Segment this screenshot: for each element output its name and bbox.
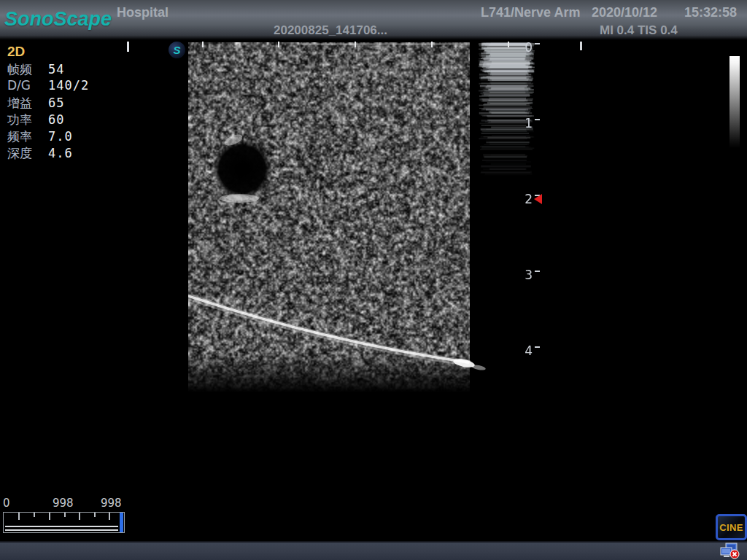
param-label: 增益 <box>7 95 48 112</box>
depth-tick <box>535 271 540 272</box>
cine-scrubber[interactable] <box>3 512 125 533</box>
scale-tick <box>278 42 279 47</box>
param-label: 帧频 <box>7 61 48 78</box>
scrub-tick <box>49 513 50 520</box>
param-row-dg: D/G140/2 <box>7 78 89 95</box>
exam-time: 15:32:58 <box>684 5 737 20</box>
mode-label: 2D <box>7 44 25 60</box>
depth-tick <box>535 119 540 120</box>
scale-tick <box>202 42 204 47</box>
depth-mark-0: 0 <box>516 40 533 55</box>
param-label: 深度 <box>7 145 48 162</box>
taskbar <box>0 541 747 560</box>
probe-orientation-tick <box>580 42 582 50</box>
sonoscape-s-icon: S <box>169 42 185 58</box>
cine-position-thumb[interactable] <box>120 513 123 532</box>
focus-marker-icon <box>534 194 542 204</box>
depth-mark-4: 4 <box>516 343 533 358</box>
param-label: D/G <box>7 78 48 93</box>
cine-frame-start: 0 <box>3 497 10 510</box>
probe-preset: L741/Nerve Arm <box>481 5 580 20</box>
hospital-name: Hospital <box>117 5 169 20</box>
acoustic-indices: MI 0.4 TIS 0.4 <box>600 23 678 38</box>
cine-button[interactable]: CINE <box>716 514 747 540</box>
title-bar: SonoScape Hospital 20200825_141706... L7… <box>0 0 747 40</box>
scale-tick <box>355 42 356 47</box>
scale-tick <box>508 42 509 47</box>
param-value: 54 <box>48 62 64 77</box>
param-value: 60 <box>48 112 64 127</box>
network-disconnected-icon[interactable] <box>719 542 740 559</box>
ultrasound-screen: SonoScape Hospital 20200825_141706... L7… <box>0 0 747 560</box>
scale-tick <box>431 42 433 47</box>
sonoscape-logo: SonoScape <box>4 8 112 31</box>
cine-frame-mid: 998 <box>53 497 74 510</box>
param-row-frequency: 频率7.0 <box>7 128 73 145</box>
scrub-tick <box>109 513 110 520</box>
scrub-tick <box>79 513 80 520</box>
param-value: 7.0 <box>48 129 73 144</box>
param-value: 65 <box>48 96 64 110</box>
scrub-tick <box>18 513 20 520</box>
scrub-track-line <box>5 529 118 531</box>
depth-mark-3: 3 <box>516 268 533 282</box>
param-value: 140/2 <box>48 78 89 93</box>
grayscale-bar <box>729 56 740 148</box>
param-label: 频率 <box>7 128 48 145</box>
scrub-track-line <box>5 526 118 527</box>
scrub-tick <box>64 513 66 517</box>
scrub-tick <box>34 513 35 517</box>
param-label: 功率 <box>7 112 48 128</box>
exam-id: 20200825_141706... <box>274 23 387 38</box>
param-row-framerate: 帧频54 <box>7 61 64 78</box>
depth-tick <box>535 43 540 44</box>
param-value: 4.6 <box>48 146 73 160</box>
exam-date: 2020/10/12 <box>592 5 657 20</box>
cine-frame-end: 998 <box>101 497 122 510</box>
param-row-gain: 增益65 <box>7 95 64 112</box>
depth-tick <box>535 346 540 348</box>
depth-mark-2: 2 <box>516 192 533 206</box>
scrub-tick <box>94 513 96 517</box>
tgc-cursor-marker <box>127 42 129 52</box>
param-row-depth: 深度4.6 <box>7 145 73 162</box>
depth-mark-1: 1 <box>516 116 533 131</box>
ultrasound-image <box>188 42 535 394</box>
param-row-power: 功率60 <box>7 112 64 128</box>
